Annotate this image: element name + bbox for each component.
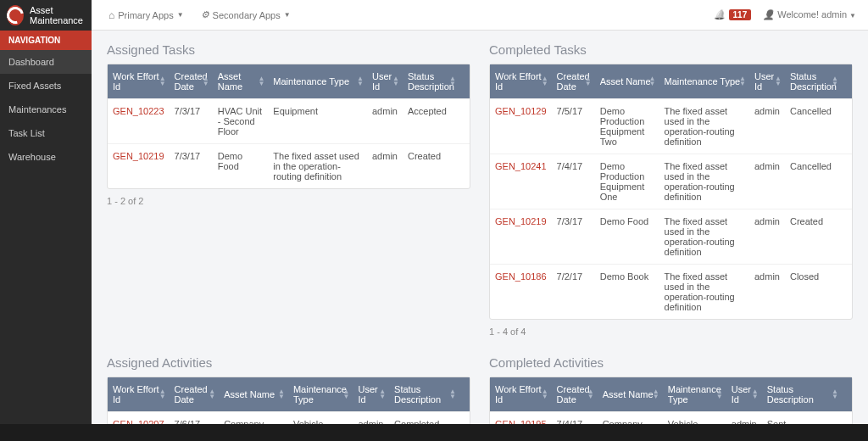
sort-icon[interactable]: ▲▼ (716, 389, 723, 399)
panel-title: Completed Activities (489, 355, 853, 370)
col-created[interactable]: Created Date▲▼ (552, 377, 598, 412)
panel: Work Effort Id▲▼Created Date▲▼Asset Name… (489, 64, 853, 320)
sort-icon[interactable]: ▲▼ (258, 76, 264, 87)
sort-icon[interactable]: ▲▼ (542, 76, 548, 87)
sort-icon[interactable]: ▲▼ (449, 389, 456, 399)
sort-icon[interactable]: ▲▼ (209, 389, 215, 399)
cell-asset: Demo Production Equipment Two (595, 99, 659, 154)
sort-icon[interactable]: ▲▼ (653, 389, 659, 399)
sort-icon[interactable]: ▲▼ (449, 76, 456, 87)
col-workEffort[interactable]: Work Effort Id▲▼ (490, 377, 552, 412)
cell-asset: HVAC Unit - Second Floor (213, 99, 269, 144)
col-maint[interactable]: Maintenance Type▲▼ (659, 64, 749, 99)
col-actions (842, 64, 852, 99)
chevron-down-icon: ▼ (177, 11, 184, 19)
panel-title: Assigned Activities (107, 355, 470, 370)
col-status[interactable]: Status Description▲▼ (389, 377, 459, 412)
top-navigation: Primary Apps ▼ Secondary Apps ▼ (108, 9, 291, 21)
col-workEffort[interactable]: Work Effort Id▲▼ (108, 377, 170, 412)
sort-icon[interactable]: ▲▼ (343, 389, 350, 399)
work-effort-link[interactable]: GEN_10186 (495, 271, 547, 282)
sort-icon[interactable]: ▲▼ (587, 389, 594, 399)
col-user[interactable]: User Id▲▼ (367, 64, 403, 99)
col-created[interactable]: Created Date▲▼ (170, 377, 220, 412)
sort-icon[interactable]: ▲▼ (832, 76, 838, 87)
sort-icon[interactable]: ▲▼ (278, 389, 285, 399)
cell-date: 7/5/17 (552, 99, 595, 154)
primary-apps-label: Primary Apps (118, 10, 173, 20)
cell-maint: The fixed asset used in the operation-ro… (659, 99, 749, 154)
col-asset[interactable]: Asset Name▲▼ (213, 64, 269, 99)
chevron-down-icon: ▼ (849, 12, 856, 20)
col-status[interactable]: Status Description▲▼ (403, 64, 459, 99)
sort-icon[interactable]: ▲▼ (542, 389, 548, 399)
col-asset[interactable]: Asset Name▲▼ (598, 377, 663, 412)
work-effort-link[interactable]: GEN_10223 (113, 106, 164, 116)
cell-status: Created (403, 144, 459, 189)
cell-user: admin (367, 99, 403, 144)
work-effort-link[interactable]: GEN_10129 (495, 106, 547, 116)
cell-maint: The fixed asset used in the operation-ro… (659, 209, 749, 265)
col-workEffort[interactable]: Work Effort Id▲▼ (108, 64, 170, 99)
col-status[interactable]: Status Description▲▼ (762, 377, 842, 412)
col-user[interactable]: User Id▲▼ (749, 64, 785, 99)
col-created[interactable]: Created Date▲▼ (552, 64, 595, 99)
sidebar-item-task-list[interactable]: Task List (0, 121, 92, 145)
sort-icon[interactable]: ▲▼ (203, 76, 209, 87)
sort-icon[interactable]: ▲▼ (752, 389, 759, 399)
table-row: GEN_101867/2/17Demo BookThe fixed asset … (490, 265, 852, 320)
col-maint[interactable]: Maintenance Type▲▼ (663, 377, 726, 412)
footer (0, 424, 868, 441)
sidebar-item-warehouse[interactable]: Warehouse (0, 145, 92, 169)
secondary-apps-menu[interactable]: Secondary Apps ▼ (201, 9, 291, 20)
sort-icon[interactable]: ▲▼ (159, 76, 166, 87)
cell-asset: Demo Food (595, 209, 659, 265)
col-maint[interactable]: Maintenance Type▲▼ (288, 377, 353, 412)
table-row: GEN_102237/3/17HVAC Unit - Second FloorE… (108, 99, 470, 144)
brand-title: Asset Maintenance (30, 5, 92, 25)
cell-maint: The fixed asset used in the operation-ro… (268, 144, 367, 189)
col-asset[interactable]: Asset Name▲▼ (219, 377, 288, 412)
sort-icon[interactable]: ▲▼ (585, 76, 592, 87)
cell-date: 7/2/17 (552, 265, 595, 320)
work-effort-link[interactable]: GEN_10219 (495, 216, 547, 226)
col-workEffort[interactable]: Work Effort Id▲▼ (490, 64, 552, 99)
cell-maint: The fixed asset used in the operation-ro… (659, 265, 749, 320)
col-actions (459, 377, 470, 412)
sidebar-item-fixed-assets[interactable]: Fixed Assets (0, 74, 92, 98)
sort-icon[interactable]: ▲▼ (739, 76, 746, 87)
gear-icon (201, 9, 209, 20)
sidebar-item-maintenances[interactable]: Maintenances (0, 98, 92, 121)
topbar: Asset Maintenance Primary Apps ▼ Seconda… (0, 0, 868, 31)
welcome-text: Welcome! admin (777, 9, 847, 20)
col-maint[interactable]: Maintenance Type▲▼ (268, 64, 367, 99)
col-created[interactable]: Created Date▲▼ (170, 64, 213, 99)
main-content: Assigned TasksWork Effort Id▲▼Created Da… (92, 0, 868, 441)
panel-title: Completed Tasks (489, 42, 853, 57)
user-menu[interactable]: Welcome! admin ▼ (763, 9, 856, 20)
work-effort-link[interactable]: GEN_10241 (495, 161, 547, 171)
sort-icon[interactable]: ▲▼ (649, 76, 656, 87)
sort-icon[interactable]: ▲▼ (357, 76, 364, 87)
sort-icon[interactable]: ▲▼ (392, 76, 399, 87)
col-asset[interactable]: Asset Name▲▼ (595, 64, 659, 99)
secondary-apps-label: Secondary Apps (213, 10, 281, 20)
notifications-button[interactable]: 117 (714, 9, 751, 20)
work-effort-link[interactable]: GEN_10219 (113, 151, 164, 161)
col-user[interactable]: User Id▲▼ (353, 377, 390, 412)
cell-status: Accepted (403, 99, 459, 144)
sidebar-item-dashboard[interactable]: Dashboard (0, 50, 92, 74)
sort-icon[interactable]: ▲▼ (159, 389, 166, 399)
sort-icon[interactable]: ▲▼ (775, 76, 782, 87)
cell-asset: Demo Food (213, 144, 269, 189)
cell-status: Closed (785, 265, 842, 320)
sort-icon[interactable]: ▲▼ (832, 389, 838, 399)
col-status[interactable]: Status Description▲▼ (785, 64, 842, 99)
notification-count: 117 (729, 9, 752, 20)
brand-logo-icon (7, 5, 24, 25)
table-row: GEN_102197/3/17Demo FoodThe fixed asset … (490, 209, 852, 265)
primary-apps-menu[interactable]: Primary Apps ▼ (108, 9, 184, 21)
sort-icon[interactable]: ▲▼ (379, 389, 386, 399)
col-user[interactable]: User Id▲▼ (726, 377, 762, 412)
cell-user: admin (749, 99, 785, 154)
